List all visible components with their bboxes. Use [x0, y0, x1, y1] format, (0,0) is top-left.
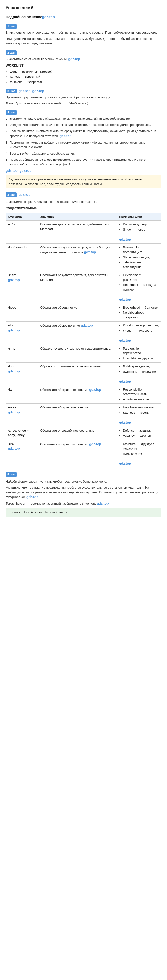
- rule-item-1: Убедись, что понимаешь значение всех сло…: [6, 123, 161, 127]
- watermark-meaning: gdz.top: [83, 250, 96, 254]
- step-6-text: Найдём форму слова invent так, чтобы пре…: [6, 479, 161, 484]
- suffix-cell: -inggdz.top: [6, 363, 38, 386]
- step-6-sentence: Томас Эдисон — всемирно известный изобре…: [6, 501, 161, 506]
- rules-list: Убедись, что понимаешь значение всех сло…: [6, 123, 161, 167]
- meaning-cell: Обозначает абстрактное понятие gdz.top: [38, 385, 117, 404]
- suffix-row: -nessgdz.topОбозначает абстрактное понят…: [6, 404, 161, 427]
- examples-cell: Happiness — счастье;Sadness — грустьgdz.…: [117, 404, 161, 427]
- example-item: Neighbourhood — соседство: [123, 310, 159, 320]
- examples-cell: Doctor — доктор;Singer — певецgdz.top: [117, 221, 161, 244]
- example-item: Retirement — выход на пенсию: [123, 283, 159, 292]
- step-3-text: Прочитаем предложение, при необходимости…: [6, 95, 161, 100]
- example-item: Brotherhood — братство;: [123, 305, 159, 310]
- example-item: Partnership — партнёрство;: [123, 346, 159, 356]
- meaning-cell: Обозначает абстрактное понятие: [38, 404, 117, 427]
- example-item: Vacancy — вакансия: [123, 433, 159, 438]
- example-item: Happiness — счастье;: [123, 405, 159, 410]
- examples-cell: Responsibility — ответственность;Activit…: [117, 385, 161, 404]
- examples-cell: Partnership — партнёрство;Friendship — д…: [117, 345, 161, 363]
- step-2-block: 2 шаг Знакомимся со списком полезной лек…: [6, 50, 161, 84]
- meaning-cell: Образует отглагольные существительные: [38, 363, 117, 386]
- suffix-row: -uregdz.topОбозначает абстрактное поняти…: [6, 440, 161, 468]
- wordlist-item: famous — известный: [10, 75, 161, 79]
- watermark-example: gdz.top: [119, 298, 131, 301]
- meaning-cell: Обозначает объединение: [38, 304, 117, 322]
- step-4-text: Знакомимся с правилами лайфхаками по вып…: [6, 116, 161, 121]
- suffix-row: -inggdz.topОбразует отглагольные существ…: [6, 363, 161, 386]
- watermark-suffix: gdz.top: [8, 447, 20, 450]
- step-6-block: 5 шаг Найдём форму слова invent так, что…: [6, 472, 161, 517]
- example-item: Development — развитие;: [123, 273, 159, 282]
- watermark-meaning: gdz.top: [88, 442, 101, 446]
- examples-cell: Development — развитие;Retirement — выхо…: [117, 271, 161, 304]
- example-item: Swimming — плавание: [123, 369, 159, 374]
- example-item: Structure — структура;: [123, 442, 159, 446]
- step-1-block: 1 шаг Внимательно прочитаем задание, что…: [6, 24, 161, 46]
- suffix-row: -domgdz.topОбозначает общее понятие gdz.…: [6, 322, 161, 345]
- wordlist: world — всемирный, мировой famous — изве…: [6, 69, 161, 84]
- suffix-table: Суффикс Значение Примеры слов -er/orОбоз…: [6, 213, 161, 468]
- watermark-example: gdz.top: [119, 461, 131, 465]
- meaning-cell: Обозначает абстрактное понятие gdz.top: [38, 440, 117, 468]
- example-item: Doctor — доктор;: [123, 222, 159, 227]
- suffix-cell: -domgdz.top: [6, 322, 38, 345]
- example-item: Singer — певец: [123, 227, 159, 232]
- example-item: Station — станция;: [123, 255, 159, 260]
- example-item: Adventure — приключение: [123, 447, 159, 456]
- suffix-cell: -ance, -ence, -ancy, -ency: [6, 426, 38, 440]
- example-item: Television — телевидение: [123, 260, 159, 269]
- examples-cell: Structure — структура;Adventure — приклю…: [117, 440, 161, 468]
- example-item: Building — здание;: [123, 364, 159, 369]
- step-5-text: Знакомимся с правилами словообразования …: [6, 200, 161, 204]
- final-answer-box: Thomas Edison is a world famous inventor…: [6, 508, 161, 517]
- col-meaning: Значение: [38, 213, 117, 221]
- step-2-text: Знакомимся со списком полезной лексики: …: [6, 57, 161, 62]
- suffix-cell: -nessgdz.top: [6, 404, 38, 427]
- step-4-block: 4 шаг Знакомимся с правилами лайфхаками …: [6, 110, 161, 188]
- suffix-cell: -mentgdz.top: [6, 271, 38, 304]
- example-item: Kingdom — королевство;: [123, 323, 159, 328]
- col-examples: Примеры слов: [117, 213, 161, 221]
- step-3-sentence: Томас Эдисон — всемирно известный ___. (…: [6, 101, 161, 106]
- meaning-cell: Образует существительные от существитель…: [38, 345, 117, 363]
- step-1-label: 1 шаг: [6, 24, 17, 29]
- meaning-cell: Обозначает деятеля, чаще всего добавляет…: [38, 221, 117, 244]
- meaning-cell: Обозначает общее понятие gdz.top: [38, 322, 117, 345]
- suffix-row: -mentgdz.topОбозначает результат действи…: [6, 271, 161, 304]
- col-suffix: Суффикс: [6, 213, 38, 221]
- suffix-cell: -uregdz.top: [6, 440, 38, 468]
- suffix-cell: -ion/tion/ation: [6, 243, 38, 271]
- step-1-detail: Нам нужно использовать слова, написанные…: [6, 37, 161, 46]
- suffix-cell: -ship: [6, 345, 38, 363]
- wordlist-title: WORDLIST: [6, 63, 161, 68]
- meaning-cell: Обозначает процесс или его результат, об…: [38, 243, 117, 271]
- example-item: Presentation — презентация;: [123, 245, 159, 255]
- suffix-cell: -hood: [6, 304, 38, 322]
- table-title: Существительные: [6, 206, 161, 211]
- wordlist-item: world — всемирный, мировой: [10, 69, 161, 74]
- watermark-step3a: gdz.top: [19, 89, 30, 94]
- step-3-label: 3 шаг: [6, 89, 17, 94]
- example-item: Wisdom — мудрость: [123, 328, 159, 333]
- suffix-row: -ion/tion/ationОбозначает процесс или ег…: [6, 243, 161, 271]
- step-1-intro: Внимательно прочитаем задание, чтобы пон…: [6, 30, 161, 35]
- example-item: Responsibility — ответственность;: [123, 387, 159, 396]
- suffix-row: -ance, -ence, -ancy, -encyОбозначает опр…: [6, 426, 161, 440]
- step-2-label: 2 шаг: [6, 50, 17, 55]
- step-5-block: 3 шаг gdz.top Знакомимся с правилами сло…: [6, 192, 161, 468]
- meaning-cell: Обозначает результат действия, добавляет…: [38, 271, 117, 304]
- suffix-cell: -er/or: [6, 221, 38, 244]
- watermark-suffix: gdz.top: [8, 278, 20, 282]
- wordlist-item: to invent — изобретать: [10, 80, 161, 84]
- step-4-label: 4 шаг: [6, 110, 17, 115]
- example-item: Friendship — дружба: [123, 356, 159, 361]
- watermark-example: gdz.top: [119, 339, 131, 342]
- watermark-step2: gdz.top: [68, 57, 80, 61]
- suffix-row: -ityОбозначает абстрактное понятие gdz.t…: [6, 385, 161, 404]
- watermark-suffix: gdz.top: [8, 369, 20, 373]
- step-6-analysis: Мы видим, что по смыслу в предложении тр…: [6, 485, 161, 500]
- meaning-cell: Обозначает определённое состояние: [38, 426, 117, 440]
- step-4-note: Задания на словообразование показывают в…: [6, 175, 161, 188]
- step-6-label: 5 шаг: [6, 472, 17, 477]
- watermark-example: gdz.top: [119, 237, 131, 241]
